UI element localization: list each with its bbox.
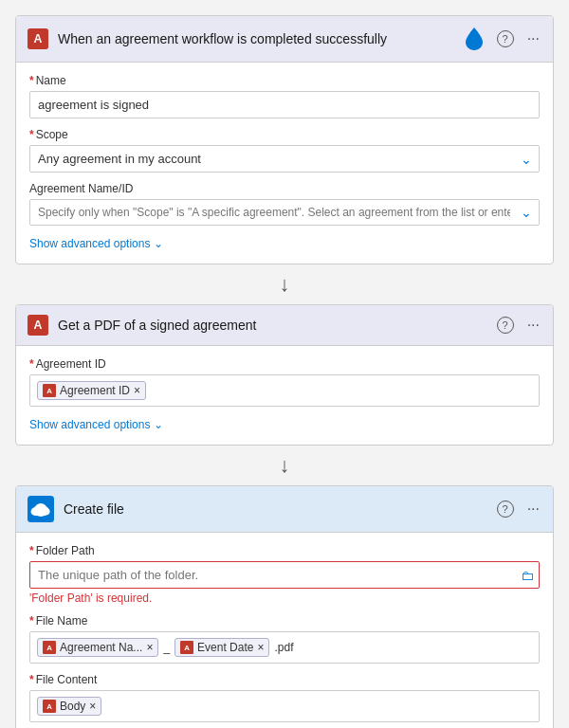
file-name-extension: .pdf (274, 641, 293, 654)
action1-header-actions: ? ··· (495, 315, 541, 336)
folder-path-label: * Folder Path (29, 544, 540, 557)
action2-card-header: Create file ? ··· (16, 486, 553, 533)
file-content-tags-field[interactable]: A Body × (29, 690, 540, 722)
action2-ellipsis-icon: ··· (527, 500, 540, 518)
scope-select[interactable]: Any agreement in my account A specific a… (29, 145, 540, 173)
action1-agreement-id-group: * Agreement ID A Agreement ID × (29, 357, 540, 407)
name-label: * Name (29, 74, 540, 87)
trigger-help-button[interactable]: ? (495, 28, 516, 49)
agreement-id-label: Agreement Name/ID (29, 182, 540, 195)
action1-menu-button[interactable]: ··· (525, 315, 541, 336)
action1-show-advanced-button[interactable]: Show advanced options ⌄ (29, 416, 163, 433)
show-advanced-chevron-icon: ⌄ (154, 237, 163, 250)
arrow-connector-1: ↓ (15, 264, 554, 304)
scope-field-group: * Scope Any agreement in my account A sp… (29, 128, 540, 173)
show-advanced-label: Show advanced options (29, 237, 150, 250)
file-name-tags-field[interactable]: A Agreement Na... × _ A Event Date × .pd… (29, 631, 540, 664)
adobe-sign-icon: A (28, 28, 48, 49)
trigger-card-body: * Name * Scope Any agreement in my accou… (16, 63, 553, 264)
file-name-label: * File Name (29, 614, 540, 628)
action1-card-body: * Agreement ID A Agreement ID × Show adv… (16, 346, 553, 445)
file-name-chip-event-date-close[interactable]: × (257, 641, 264, 654)
action1-title: Get a PDF of a signed agreement (58, 318, 486, 333)
svg-point-10 (35, 503, 46, 514)
file-content-chip-body-close[interactable]: × (89, 700, 96, 713)
agreement-id-input[interactable] (29, 199, 540, 226)
trigger-title: When an agreement workflow is completed … (58, 31, 453, 46)
folder-path-input-wrapper: 🗀 (29, 561, 540, 589)
action1-card-header: A Get a PDF of a signed agreement ? ··· (16, 305, 553, 346)
action2-help-button[interactable]: ? (495, 499, 516, 519)
name-field-group: * Name (29, 74, 540, 118)
scope-select-wrapper: Any agreement in my account A specific a… (29, 145, 540, 173)
action1-help-button[interactable]: ? (495, 315, 516, 336)
svg-text:A: A (46, 644, 52, 652)
trigger-show-advanced-button[interactable]: Show advanced options ⌄ (29, 235, 163, 252)
file-name-chip-agreement: A Agreement Na... × (37, 638, 158, 657)
arrow-down-icon-1: ↓ (280, 272, 290, 297)
agreement-id-field-group: Agreement Name/ID ⌄ (29, 182, 540, 226)
file-name-chip-event-date: A Event Date × (174, 638, 269, 657)
folder-path-input[interactable] (29, 561, 540, 589)
trigger-menu-button[interactable]: ··· (525, 28, 541, 49)
svg-text:A: A (184, 644, 190, 652)
onedrive-icon (28, 496, 54, 522)
agreement-id-chip: A Agreement ID × (37, 381, 146, 400)
agreement-id-input-wrapper: ⌄ (29, 199, 540, 226)
action2-card: Create file ? ··· * Folder Path 🗀 'Folde… (15, 485, 554, 728)
action1-ellipsis-icon: ··· (527, 317, 540, 334)
adobe-sign-icon-2: A (28, 315, 48, 336)
trigger-card-header: A When an agreement workflow is complete… (16, 16, 553, 63)
file-content-chip-adobe-icon: A (43, 700, 56, 713)
action1-show-advanced-chevron-icon: ⌄ (154, 418, 163, 431)
file-name-chip-event-date-label: Event Date (197, 641, 253, 654)
file-name-group: * File Name A Agreement Na... × _ (29, 614, 540, 664)
action2-title: Create file (64, 501, 486, 517)
droplet-icon (463, 26, 486, 52)
file-content-chip-body-label: Body (60, 700, 85, 713)
folder-path-group: * Folder Path 🗀 'Folder Path' is require… (29, 544, 540, 605)
file-name-chip-agreement-close[interactable]: × (146, 641, 153, 654)
trigger-header-actions: ? ··· (463, 26, 541, 52)
arrow-connector-2: ↓ (15, 446, 554, 485)
file-name-chip-agreement-label: Agreement Na... (60, 641, 142, 654)
action2-card-body: * Folder Path 🗀 'Folder Path' is require… (16, 533, 553, 728)
scope-label: * Scope (29, 128, 540, 141)
file-content-label: * File Content (29, 673, 540, 686)
file-name-separator: _ (163, 641, 170, 654)
file-content-chip-body: A Body × (37, 697, 101, 716)
svg-text:A: A (46, 387, 52, 395)
chip-label: Agreement ID (60, 384, 130, 397)
action1-agreement-id-label: * Agreement ID (29, 357, 540, 371)
file-name-chip-adobe-icon-2: A (180, 641, 193, 654)
folder-browse-icon[interactable]: 🗀 (521, 568, 534, 583)
file-content-group: * File Content A Body × (29, 673, 540, 722)
chip-adobe-icon: A (43, 384, 56, 397)
folder-path-error: 'Folder Path' is required. (29, 592, 540, 605)
trigger-card: A When an agreement workflow is complete… (15, 15, 554, 264)
action1-question-icon: ? (497, 317, 514, 334)
ellipsis-icon: ··· (527, 30, 540, 47)
arrow-down-icon-2: ↓ (280, 453, 290, 478)
file-name-chip-adobe-icon-1: A (43, 641, 56, 654)
svg-text:A: A (46, 702, 52, 711)
action1-card: A Get a PDF of a signed agreement ? ··· … (15, 304, 554, 446)
name-input[interactable] (29, 91, 540, 118)
chip-close-icon[interactable]: × (134, 384, 140, 397)
action2-header-actions: ? ··· (495, 499, 541, 519)
svg-text:A: A (34, 318, 43, 332)
svg-text:A: A (34, 32, 43, 46)
action1-agreement-id-tags[interactable]: A Agreement ID × (29, 374, 540, 407)
action2-menu-button[interactable]: ··· (525, 499, 541, 519)
action2-question-icon: ? (497, 500, 514, 518)
action1-show-advanced-label: Show advanced options (29, 418, 150, 431)
question-icon: ? (497, 30, 514, 47)
